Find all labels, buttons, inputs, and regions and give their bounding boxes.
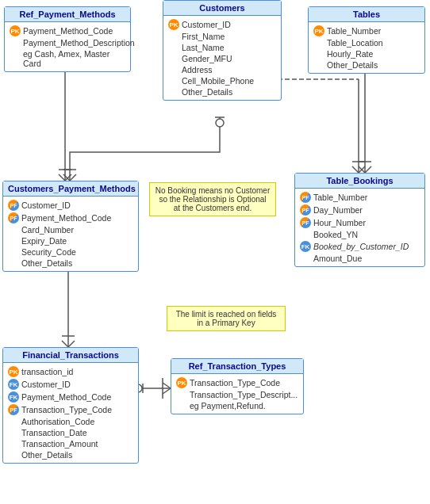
fk-badge: FK (8, 391, 19, 403)
field-table-number: PK Table_Number (313, 25, 420, 37)
fk-badge: FK (300, 241, 311, 252)
field-security-code: Security_Code (8, 246, 133, 258)
svg-line-29 (163, 383, 171, 388)
svg-line-2 (65, 174, 71, 181)
field-transaction-type-code: PK Transaction_Type_Code (176, 376, 298, 389)
entity-financial-transactions: Financial_Transactions PK transaction_id… (2, 347, 139, 464)
field-transaction-type-desc: Transaction_Type_Descript... (176, 389, 298, 400)
svg-line-25 (68, 341, 75, 347)
field-transaction-date: Transaction_Date (8, 427, 133, 438)
entity-rtt-title: Ref_Transaction_Types (171, 359, 303, 374)
field-ft-transaction-type-code: PF Transaction_Type_Code (8, 403, 133, 416)
pfk-badge: PF (8, 200, 19, 211)
entity-table-bookings: Table_Bookings PF Table_Number PF Day_Nu… (294, 173, 425, 267)
field-expiry-date: Expiry_Date (8, 235, 133, 246)
field-payment-method-desc: Payment_Method_Description (10, 37, 125, 48)
field-customers-other: Other_Details (168, 86, 276, 97)
pk-badge: PK (313, 25, 324, 36)
field-cpm-other: Other_Details (8, 258, 133, 269)
entity-tables: Tables PK Table_Number Table_Location Ho… (308, 6, 425, 74)
field-cpm-customer-id: PF Customer_ID (8, 199, 133, 212)
entity-ref-payment-methods-title: Ref_Payment_Methods (5, 7, 130, 22)
svg-line-30 (163, 388, 171, 394)
pfk-badge: PF (300, 192, 311, 203)
field-eg-payment: eg Payment,Refund. (176, 400, 298, 411)
field-eg-cash: eg Cash, Amex, Master Card (10, 48, 125, 69)
field-cpm-payment-method-code: PF Payment_Method_Code (8, 212, 133, 224)
svg-line-24 (62, 341, 68, 347)
entity-tables-title: Tables (309, 7, 424, 22)
svg-line-20 (365, 166, 371, 173)
svg-line-19 (359, 166, 365, 173)
entity-ft-title: Financial_Transactions (3, 348, 138, 363)
entity-ref-transaction-types: Ref_Transaction_Types PK Transaction_Typ… (171, 358, 304, 414)
field-payment-method-code: PK Payment_Method_Code (10, 25, 125, 37)
field-ft-customer-id: FK Customer_ID (8, 378, 133, 391)
diagram-container: Ref_Payment_Methods PK Payment_Method_Co… (0, 0, 430, 504)
pfk-badge: PF (300, 204, 311, 216)
field-table-location: Table_Location (313, 37, 420, 48)
field-booked-yn: Booked_YN (300, 229, 420, 240)
field-tb-table-number: PF Table_Number (300, 191, 420, 204)
field-booked-by-customer: FK Booked_by_Customer_ID (300, 240, 420, 253)
field-amount-due: Amount_Due (300, 253, 420, 264)
entity-cpm-title: Customers_Payment_Methods (3, 181, 138, 197)
svg-line-14 (359, 166, 365, 173)
field-ft-payment-method-code: FK Payment_Method_Code (8, 391, 133, 403)
entity-customers: Customers PK Customer_ID First_Name Last… (163, 0, 282, 101)
pfk-badge: PF (300, 217, 311, 228)
field-tables-other: Other_Details (313, 59, 420, 71)
note-optional-booking: No Booking means no Customer so the Rela… (149, 182, 276, 216)
svg-line-13 (352, 166, 359, 173)
pk-badge: PK (10, 25, 21, 36)
pk-badge: PK (176, 377, 187, 388)
field-phone: Cell_Mobile_Phone (168, 75, 276, 86)
field-card-number: Card_Number (8, 224, 133, 235)
pk-badge: PK (168, 19, 179, 30)
field-ft-other: Other_Details (8, 449, 133, 460)
field-customer-id: PK Customer_ID (168, 18, 276, 31)
pfk-badge: PF (8, 404, 19, 415)
field-transaction-amount: Transaction_Amount (8, 438, 133, 449)
field-tb-hour-number: PF Hour_Number (300, 216, 420, 229)
pfk-badge: PF (8, 212, 19, 223)
svg-line-1 (59, 174, 65, 181)
field-address: Address (168, 64, 276, 75)
svg-point-9 (216, 119, 224, 127)
field-gender: Gender_MFU (168, 53, 276, 64)
entity-customers-payment-methods: Customers_Payment_Methods PF Customer_ID… (2, 181, 139, 272)
entity-ref-payment-methods: Ref_Payment_Methods PK Payment_Method_Co… (4, 6, 131, 72)
pk-badge: PK (8, 366, 19, 377)
note-primary-key-limit: The limit is reached on fields in a Prim… (167, 306, 286, 331)
svg-line-6 (63, 174, 70, 181)
field-tb-day-number: PF Day_Number (300, 204, 420, 216)
svg-line-7 (70, 174, 76, 181)
field-transaction-id: PK transaction_id (8, 365, 133, 378)
field-first-name: First_Name (168, 31, 276, 42)
field-last-name: Last_Name (168, 42, 276, 53)
field-hourly-rate: Hourly_Rate (313, 48, 420, 59)
field-auth-code: Authorisation_Code (8, 416, 133, 427)
entity-tb-title: Table_Bookings (295, 174, 424, 189)
entity-customers-title: Customers (163, 1, 281, 16)
fk-badge: FK (8, 379, 19, 390)
